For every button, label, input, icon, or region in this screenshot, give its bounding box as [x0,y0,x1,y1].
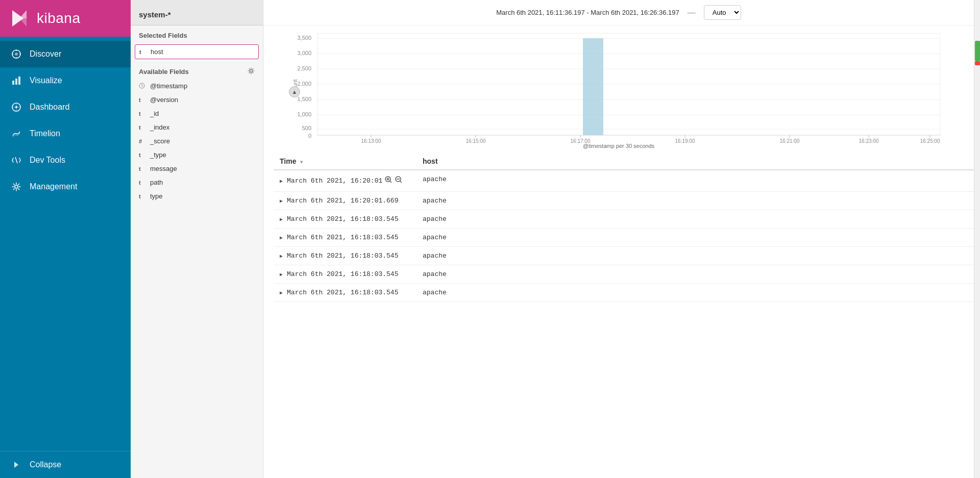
field-name: path [150,179,163,186]
kibana-title: kibana [37,10,81,27]
time-cell-content: ▶March 6th 2021, 16:20:01.669 [280,197,410,205]
index-pattern-title: system-* [139,6,255,25]
time-value: March 6th 2021, 16:18:03.545 [287,289,398,296]
nav-menu: Discover Visualize Dashboard Timelion De… [0,37,131,451]
expand-row-arrow[interactable]: ▶ [280,198,283,204]
table-header-host[interactable]: host [416,153,974,170]
expand-row-arrow[interactable]: ▶ [280,216,283,222]
svg-line-23 [142,86,143,87]
collapse-button[interactable]: Collapse [0,451,131,478]
svg-rect-11 [15,79,17,85]
sidebar-item-label: Dashboard [30,103,69,112]
time-value: March 6th 2021, 16:18:03.545 [287,234,398,241]
available-field-score[interactable]: # _score [131,134,263,148]
chart-collapse-button[interactable]: ▲ [289,86,300,97]
svg-text:0: 0 [308,133,311,139]
chart-area: ▲ 3,500 3,000 2,500 2,000 1,500 1,000 50… [274,31,964,153]
svg-point-5 [15,53,18,56]
table-row: ▶March 6th 2021, 16:18:03.545apache [274,284,974,302]
zoom-in-icon[interactable] [384,175,393,186]
table-row: ▶March 6th 2021, 16:18:03.545apache [274,229,974,247]
svg-text:1,000: 1,000 [297,111,311,117]
sidebar-item-timelion[interactable]: Timelion [0,120,131,147]
expand-row-arrow[interactable]: ▶ [280,178,283,184]
available-fields-gear-button[interactable] [248,67,255,76]
svg-line-17 [15,157,17,163]
sort-desc-icon: ▾ [300,159,303,165]
svg-text:3,500: 3,500 [297,35,311,41]
field-name: message [150,165,177,172]
zoom-out-icon[interactable] [395,175,403,186]
table-row: ▶March 6th 2021, 16:20:01.669apache [274,192,974,210]
sidebar-item-label: Discover [30,49,61,59]
range-handle-red [975,61,980,65]
results-table: Time ▾ host ▶March 6th 2021, 16:20:01apa… [274,153,974,302]
expand-row-arrow[interactable]: ▶ [280,253,283,259]
range-handle-green [975,41,980,61]
kibana-logo[interactable]: kibana [0,0,131,37]
sidebar-item-management[interactable]: Management [0,173,131,200]
field-name: @timestamp [150,82,187,90]
table-header-time[interactable]: Time ▾ [274,153,416,170]
field-type-badge: t [139,193,146,199]
table-row: ▶March 6th 2021, 16:20:01apache [274,170,974,192]
available-field-index[interactable]: t _index [131,120,263,134]
time-value: March 6th 2021, 16:20:01 [287,177,382,185]
collapse-icon [10,459,22,471]
sidebar-item-discover[interactable]: Discover [0,41,131,67]
svg-text:16:21:00: 16:21:00 [780,138,800,143]
available-field-message[interactable]: t message [131,162,263,175]
field-type-badge [139,83,146,90]
time-value: March 6th 2021, 16:20:01.669 [287,197,398,205]
svg-text:16:25:00: 16:25:00 [920,138,940,143]
table-cell-time: ▶March 6th 2021, 16:18:03.545 [274,284,416,302]
sidebar-item-devtools[interactable]: Dev Tools [0,147,131,173]
expand-row-arrow[interactable]: ▶ [280,271,283,278]
table-cell-host: apache [416,265,974,284]
svg-text:2,500: 2,500 [297,65,311,71]
table-row: ▶March 6th 2021, 16:18:03.545apache [274,265,974,284]
chart-x-axis-label: @timestamp per 30 seconds [274,143,964,149]
chart-container: ▲ 3,500 3,000 2,500 2,000 1,500 1,000 50… [263,26,974,153]
field-name: _score [150,137,170,145]
time-cell-content: ▶March 6th 2021, 16:18:03.545 [280,215,410,223]
field-type-badge: t [139,49,146,55]
discover-icon [10,48,22,60]
available-field-type[interactable]: t _type [131,148,263,162]
table-row: ▶March 6th 2021, 16:18:03.545apache [274,210,974,229]
available-field-timestamp[interactable]: @timestamp [131,79,263,93]
available-field-id[interactable]: t _id [131,107,263,120]
field-type-badge: # [139,138,146,144]
svg-point-18 [15,185,18,188]
svg-line-58 [390,181,392,183]
field-name: _type [150,151,166,159]
available-field-path[interactable]: t path [131,175,263,189]
svg-text:16:23:00: 16:23:00 [859,138,879,143]
sidebar-item-visualize[interactable]: Visualize [0,67,131,94]
table-cell-host: apache [416,192,974,210]
time-cell-content: ▶March 6th 2021, 16:18:03.545 [280,270,410,278]
field-type-badge: t [139,97,146,103]
table-header-row: Time ▾ host [274,153,974,170]
table-cell-host: apache [416,229,974,247]
time-value: March 6th 2021, 16:18:03.545 [287,215,398,223]
svg-text:16:13:00: 16:13:00 [361,138,381,143]
sidebar-item-label: Visualize [30,76,62,85]
expand-row-arrow[interactable]: ▶ [280,290,283,296]
selected-fields-label: Selected Fields [131,26,263,42]
time-range-display: March 6th 2021, 16:11:36.197 - March 6th… [496,9,679,16]
time-value: March 6th 2021, 16:18:03.545 [287,252,398,260]
separator: — [688,8,696,17]
svg-text:16:19:00: 16:19:00 [675,138,695,143]
selected-field-host[interactable]: t host [135,44,259,59]
svg-line-62 [400,181,402,183]
sidebar-item-dashboard[interactable]: Dashboard [0,94,131,120]
interval-select[interactable]: Auto [704,5,741,20]
field-name: @version [150,96,178,104]
svg-rect-12 [18,77,20,85]
available-field-type2[interactable]: t type [131,189,263,203]
svg-point-20 [250,70,253,72]
expand-row-arrow[interactable]: ▶ [280,235,283,241]
available-field-version[interactable]: t @version [131,93,263,107]
svg-rect-42 [583,38,603,135]
